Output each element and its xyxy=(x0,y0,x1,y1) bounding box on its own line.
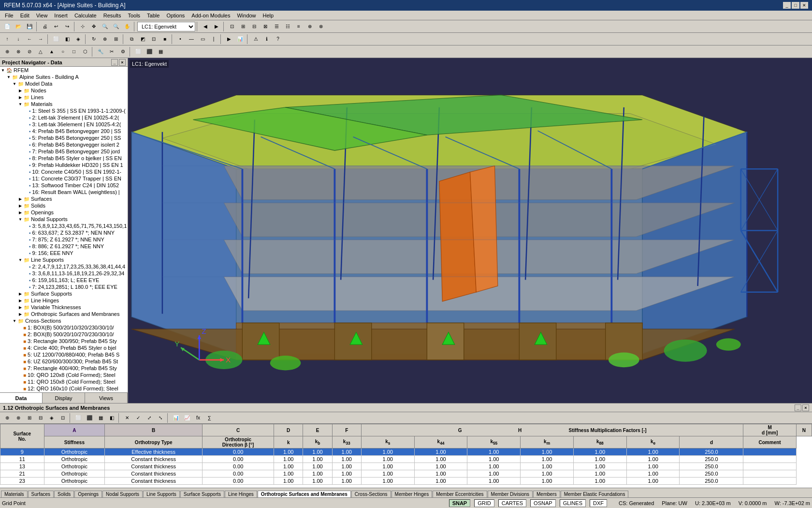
tb2-res[interactable]: 📊 xyxy=(235,34,246,45)
tree-item[interactable]: ▪9: Prefab Hulldekker HD320 | SS EN 1 xyxy=(0,162,128,168)
tb-btn-c[interactable]: ⊟ xyxy=(249,21,260,32)
bottom-tab-surface-supports[interactable]: Surface Supports xyxy=(180,491,224,497)
menu-table[interactable]: Table xyxy=(144,12,162,19)
tree-item[interactable]: ▪11: Concrete C30/37 Trapper | SS EN xyxy=(0,175,128,182)
menu-tools[interactable]: Tools xyxy=(125,12,143,19)
tb3-btn-12[interactable]: ⬜ xyxy=(133,46,144,57)
tb-btn-a[interactable]: ⊡ xyxy=(227,21,237,32)
dxf-btn[interactable]: DXF xyxy=(590,499,607,507)
new-button[interactable]: 📄 xyxy=(2,21,13,32)
menu-window[interactable]: Window xyxy=(234,12,259,19)
tb-btn-b[interactable]: ⊞ xyxy=(238,21,248,32)
panel-close-btn[interactable]: × xyxy=(802,404,809,411)
load-case-dropdown[interactable]: LC1: Egenvekt xyxy=(137,22,195,31)
tree-item[interactable]: ▶📁Variable Thicknesses xyxy=(0,304,128,311)
tree-item[interactable]: ▪2: Lett-tak 3'element | EN 10025-4:2( xyxy=(0,114,128,121)
tree-item[interactable]: ▼📁Cross-Sections xyxy=(0,317,128,324)
tb3-btn-6[interactable]: ○ xyxy=(58,46,68,57)
tb-btn-e[interactable]: ☰ xyxy=(271,21,282,32)
nav-tab-data[interactable]: Data xyxy=(0,393,43,403)
tree-item-root[interactable]: ▼🏠RFEM xyxy=(0,67,128,74)
tree-item[interactable]: ▪8: 886; Z 61.2927 *; NEE NNY xyxy=(0,243,128,250)
tb2-lines[interactable]: — xyxy=(186,34,197,45)
bp-btn-18[interactable]: ∑ xyxy=(204,413,215,423)
bottom-tab-members[interactable]: Members xyxy=(533,491,560,497)
tb2-solid[interactable]: ■ xyxy=(160,34,170,45)
tree-item[interactable]: ▼📁Materials xyxy=(0,101,128,107)
panel-minimize-btn[interactable]: _ xyxy=(795,404,801,411)
tree-item[interactable]: ▼📁Model Data xyxy=(0,80,128,87)
bp-btn-3[interactable]: ⊞ xyxy=(24,413,35,423)
table-row[interactable]: 9 Orthotropic Effective thickness 0.00 1… xyxy=(0,448,812,456)
tb3-btn-5[interactable]: ▲ xyxy=(46,46,57,57)
tree-item[interactable]: ■12: QRO 160x10 (Cold Formed); Steel xyxy=(0,385,128,392)
nav-tab-views[interactable]: Views xyxy=(85,393,128,403)
tb2-nodes[interactable]: • xyxy=(175,34,186,45)
open-button[interactable]: 📂 xyxy=(13,21,24,32)
tb3-btn-1[interactable]: ⊕ xyxy=(2,46,13,57)
bp-btn-13[interactable]: ⤢ xyxy=(144,413,155,423)
tb3-btn-9[interactable]: 🔧 xyxy=(95,46,106,57)
tb3-btn-4[interactable]: △ xyxy=(35,46,46,57)
bottom-tab-line-hinges[interactable]: Line Hinges xyxy=(225,491,257,497)
bottom-tab-materials[interactable]: Materials xyxy=(1,491,28,497)
tb2-info[interactable]: ℹ xyxy=(261,34,272,45)
tree-item[interactable]: ■1: BOX(B) 500/20/10/320/230/30/10/ xyxy=(0,324,128,331)
tb2-calc[interactable]: ▶ xyxy=(224,34,234,45)
menu-help[interactable]: Help xyxy=(260,12,277,19)
tb2-btn-2[interactable]: ↓ xyxy=(13,34,24,45)
tree-item[interactable]: ▶📁Surfaces xyxy=(0,195,128,202)
tb2-zoom2[interactable]: ⊞ xyxy=(111,34,121,45)
tree-item[interactable]: ▪4: Prefab B45 Betongvegger 200 | SS xyxy=(0,128,128,134)
tb-btn-g[interactable]: ≡ xyxy=(293,21,304,32)
tb2-help[interactable]: ? xyxy=(273,34,283,45)
tree-item[interactable]: ■7: Rectangle 400/400; Prefab B45 Sty xyxy=(0,365,128,372)
maximize-button[interactable]: □ xyxy=(792,2,799,9)
bp-btn-5[interactable]: ◈ xyxy=(46,413,57,423)
menu-view[interactable]: View xyxy=(33,12,51,19)
tb3-btn-11[interactable]: ⚙ xyxy=(117,46,128,57)
bp-btn-2[interactable]: ⊗ xyxy=(13,413,24,423)
tb2-rotate[interactable]: ↻ xyxy=(88,34,99,45)
tree-item[interactable]: ▼📁Nodal Supports xyxy=(0,216,128,223)
tree-item[interactable]: ■5: UZ 1200/700/880/400; Prefab B45 S xyxy=(0,351,128,358)
snap-btn[interactable]: SNAP xyxy=(449,499,471,507)
bp-btn-11[interactable]: ✕ xyxy=(122,413,132,423)
tree-item[interactable]: ▪3: 3,6,8,11,13-16,18,19,21,26-29,32,34 xyxy=(0,270,128,277)
tree-item[interactable]: ▪5: Prefab B45 Betongvegger 250 | SS xyxy=(0,134,128,141)
bp-btn-15[interactable]: 📊 xyxy=(171,413,181,423)
tb2-btn-1[interactable]: ↑ xyxy=(2,34,13,45)
menu-file[interactable]: File xyxy=(2,12,16,19)
select-button[interactable]: ⊹ xyxy=(77,21,88,32)
tb2-pan2[interactable]: ⊕ xyxy=(100,34,110,45)
table-row[interactable]: 11 Orthotropic Constant thickness 0.00 1… xyxy=(0,456,812,463)
tree-item[interactable]: ▼📁Alpine Suites - Building A xyxy=(0,74,128,80)
tb2-view-top[interactable]: ⬜ xyxy=(51,34,61,45)
tree-item[interactable]: ▪9: 156; EEE NNY xyxy=(0,250,128,256)
bp-btn-12[interactable]: ✓ xyxy=(133,413,144,423)
bp-btn-10[interactable]: ◧ xyxy=(106,413,117,423)
tree-item[interactable]: ▪6: Prefab B45 Betongvegger isolert 2 xyxy=(0,141,128,148)
tree-item[interactable]: ▪10: Concrete C40/50 | SS EN 1992-1- xyxy=(0,168,128,175)
pan-button[interactable]: ✋ xyxy=(122,21,132,32)
tree-item[interactable]: ▶📁Orthotropic Surfaces and Membranes xyxy=(0,311,128,317)
menu-insert[interactable]: Insert xyxy=(51,12,71,19)
tb-btn-i[interactable]: ⊗ xyxy=(316,21,326,32)
save-button[interactable]: 💾 xyxy=(24,21,35,32)
tree-item[interactable]: ▪7: Prefab B45 Betongvegger 250 jord xyxy=(0,148,128,155)
tb2-display[interactable]: ⧉ xyxy=(126,34,137,45)
zoom-out-button[interactable]: 🔍 xyxy=(111,21,121,32)
menu-addons[interactable]: Add-on Modules xyxy=(188,12,233,19)
bp-btn-1[interactable]: ⊕ xyxy=(2,413,13,423)
tree-item[interactable]: ▪1: Steel S 355 | SS EN 1993-1-1:2009-( xyxy=(0,107,128,114)
bp-btn-16[interactable]: 📈 xyxy=(182,413,192,423)
tree-item[interactable]: ▪16: Result Beam WALL (weightless) | xyxy=(0,189,128,195)
tree-item[interactable]: ■3: Rectangle 300/950; Prefab B45 Sty xyxy=(0,338,128,344)
bottom-tab-solids[interactable]: Solids xyxy=(54,491,74,497)
bottom-tab-member-divisions[interactable]: Member Divisions xyxy=(488,491,533,497)
tree-item[interactable]: ▪13: Softwood Timber C24 | DIN 1052 xyxy=(0,182,128,189)
tb2-warning[interactable]: ⚠ xyxy=(250,34,261,45)
bottom-tab-openings[interactable]: Openings xyxy=(74,491,102,497)
tree-item[interactable]: ▶📁Lines xyxy=(0,94,128,101)
tb2-view-3d[interactable]: ◈ xyxy=(73,34,84,45)
